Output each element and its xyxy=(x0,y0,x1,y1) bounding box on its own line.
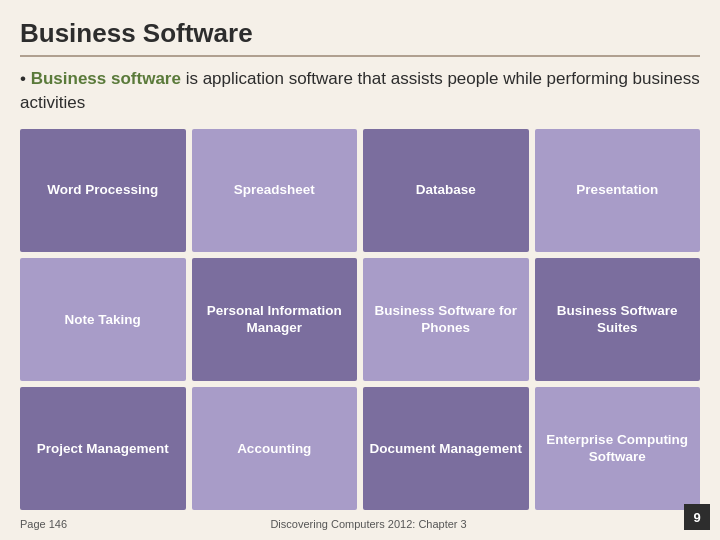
slide: Business Software • Business software is… xyxy=(0,0,720,540)
footer-center: Discovering Computers 2012: Chapter 3 xyxy=(270,518,466,530)
cell-word-processing: Word Processing xyxy=(20,129,186,252)
cell-presentation: Presentation xyxy=(535,129,701,252)
footer: Page 146 Discovering Computers 2012: Cha… xyxy=(20,518,700,530)
cell-doc-mgmt: Document Management xyxy=(363,387,529,510)
page-label: Page 146 xyxy=(20,518,67,530)
cell-spreadsheet: Spreadsheet xyxy=(192,129,358,252)
content-grid: Word Processing Spreadsheet Database Pre… xyxy=(20,129,700,510)
cell-accounting: Accounting xyxy=(192,387,358,510)
cell-biz-phones: Business Software for Phones xyxy=(363,258,529,381)
bullet-dot: • xyxy=(20,69,31,88)
page-number-box: 9 xyxy=(684,504,710,530)
cell-database: Database xyxy=(363,129,529,252)
cell-project-mgmt: Project Management xyxy=(20,387,186,510)
cell-note-taking: Note Taking xyxy=(20,258,186,381)
cell-enterprise: Enterprise Computing Software xyxy=(535,387,701,510)
page-number: 9 xyxy=(693,510,700,525)
slide-subtitle: • Business software is application softw… xyxy=(20,67,700,115)
cell-biz-suites: Business Software Suites xyxy=(535,258,701,381)
cell-pim: Personal Information Manager xyxy=(192,258,358,381)
subtitle-highlight: Business software xyxy=(31,69,181,88)
slide-title: Business Software xyxy=(20,18,700,57)
